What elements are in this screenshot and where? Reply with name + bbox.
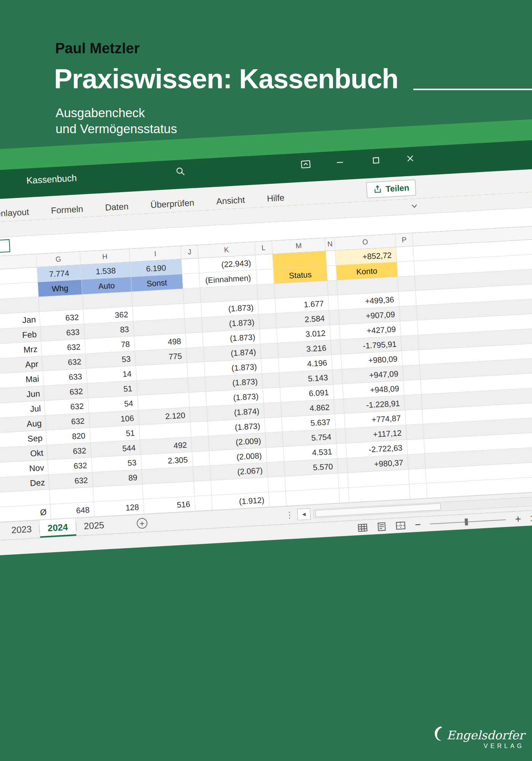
- search-button[interactable]: [172, 163, 188, 179]
- cell[interactable]: [404, 380, 422, 395]
- cell[interactable]: [329, 310, 339, 325]
- cell[interactable]: [326, 251, 336, 266]
- cell[interactable]: [261, 358, 279, 374]
- cell[interactable]: [407, 439, 425, 455]
- cell[interactable]: [260, 328, 277, 344]
- cell[interactable]: 632: [47, 443, 92, 460]
- ribbon-tab-formeln[interactable]: Formeln: [51, 204, 83, 216]
- cell[interactable]: [331, 340, 341, 355]
- cell[interactable]: [191, 436, 209, 452]
- add-sheet-button[interactable]: +: [137, 518, 148, 529]
- sheet-tab-2025[interactable]: 2025: [76, 516, 112, 536]
- cell[interactable]: [269, 491, 287, 507]
- cell[interactable]: [333, 369, 343, 384]
- cell[interactable]: 632: [41, 339, 86, 356]
- cell[interactable]: [259, 314, 277, 329]
- cell[interactable]: 633: [40, 324, 85, 341]
- cell[interactable]: [186, 347, 204, 363]
- zoom-in-button[interactable]: +: [514, 511, 521, 527]
- cell[interactable]: [327, 266, 337, 281]
- cell[interactable]: [184, 303, 202, 318]
- cell[interactable]: 632: [45, 413, 90, 430]
- cell[interactable]: [330, 325, 340, 340]
- cell[interactable]: [409, 469, 427, 484]
- cell[interactable]: 648: [50, 502, 95, 519]
- cell[interactable]: [331, 354, 342, 369]
- cell[interactable]: [190, 406, 208, 422]
- column-header-J[interactable]: J: [181, 245, 199, 259]
- cell[interactable]: [397, 261, 415, 277]
- ribbon-tab-enlayout[interactable]: enlayout: [0, 207, 29, 219]
- cell[interactable]: [183, 288, 201, 304]
- scroll-left-button[interactable]: ◄: [297, 508, 311, 521]
- cell[interactable]: [256, 269, 274, 285]
- share-button[interactable]: Teilen: [366, 180, 416, 198]
- cell[interactable]: [335, 414, 345, 429]
- cell[interactable]: [334, 399, 344, 414]
- cell[interactable]: [193, 466, 211, 481]
- cell[interactable]: 632: [44, 384, 88, 401]
- cell[interactable]: [266, 447, 284, 462]
- cell[interactable]: [405, 409, 423, 425]
- cell[interactable]: [264, 402, 282, 418]
- zoom-out-button[interactable]: −: [414, 517, 421, 532]
- cell[interactable]: [408, 454, 425, 470]
- zoom-slider[interactable]: [430, 519, 506, 524]
- column-header-N[interactable]: N: [325, 237, 335, 251]
- page-break-view-icon[interactable]: [396, 521, 406, 530]
- cell[interactable]: [338, 458, 348, 473]
- cell[interactable]: 633: [43, 369, 88, 386]
- cell[interactable]: [186, 333, 204, 348]
- close-button[interactable]: [402, 150, 418, 166]
- column-header-L[interactable]: L: [255, 241, 273, 255]
- cell[interactable]: 632: [42, 354, 86, 371]
- ribbon-tab-ansicht[interactable]: Ansicht: [216, 195, 245, 207]
- cell[interactable]: [401, 335, 419, 351]
- cell[interactable]: [400, 306, 417, 321]
- cell[interactable]: [188, 377, 206, 392]
- cell[interactable]: [194, 481, 212, 496]
- ribbon-tab-überprüfen[interactable]: Überprüfen: [150, 197, 194, 210]
- ribbon-tab-daten[interactable]: Daten: [105, 201, 129, 213]
- cell[interactable]: [400, 320, 418, 336]
- tab-splitter-handle[interactable]: ⋮: [285, 510, 294, 520]
- cell[interactable]: [396, 246, 414, 262]
- cell[interactable]: [336, 428, 346, 444]
- sheet-tab-2024[interactable]: 2024: [39, 518, 76, 538]
- column-header-G[interactable]: G: [36, 252, 81, 267]
- maximize-button[interactable]: [368, 152, 384, 168]
- cell[interactable]: [402, 350, 420, 366]
- minimize-button[interactable]: [332, 154, 348, 170]
- cell[interactable]: [406, 424, 424, 440]
- cell[interactable]: 7.774: [37, 265, 81, 282]
- sheet-tab-2023[interactable]: 2023: [3, 520, 40, 540]
- ribbon-collapse-button[interactable]: [409, 201, 420, 212]
- scrollbar-thumb[interactable]: [315, 503, 441, 517]
- cell[interactable]: [195, 495, 213, 511]
- cell[interactable]: 820: [46, 428, 91, 445]
- cell[interactable]: [185, 318, 203, 333]
- cell[interactable]: [328, 295, 339, 310]
- page-layout-view-icon[interactable]: [377, 522, 387, 531]
- cell[interactable]: [403, 365, 421, 380]
- cell[interactable]: [187, 362, 205, 378]
- cell[interactable]: [405, 395, 422, 410]
- cell[interactable]: [182, 273, 200, 289]
- cell[interactable]: [262, 373, 280, 388]
- cell[interactable]: [338, 473, 349, 488]
- cell[interactable]: [339, 488, 349, 503]
- cell[interactable]: 632: [49, 472, 93, 489]
- cell[interactable]: [258, 299, 276, 314]
- cell[interactable]: [337, 443, 347, 459]
- cell[interactable]: [267, 462, 285, 477]
- cell[interactable]: [266, 432, 284, 447]
- column-header-P[interactable]: P: [395, 233, 413, 247]
- cell[interactable]: [192, 451, 210, 466]
- normal-view-icon[interactable]: [358, 523, 368, 532]
- cell[interactable]: [189, 392, 207, 407]
- cell[interactable]: [409, 483, 427, 499]
- cell[interactable]: [264, 417, 282, 433]
- cell[interactable]: [333, 384, 344, 399]
- cell[interactable]: [256, 254, 274, 270]
- cell[interactable]: Whg: [38, 280, 83, 297]
